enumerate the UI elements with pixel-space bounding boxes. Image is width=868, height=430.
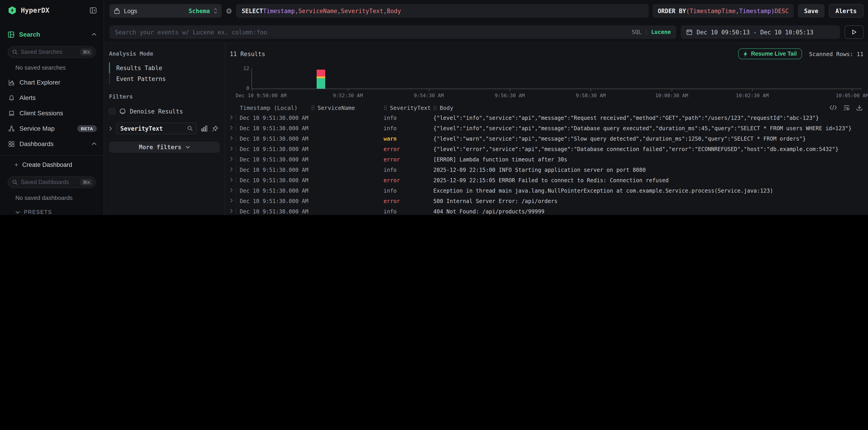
table-row[interactable]: Dec 10 9:51:30.000 AMerror2025-12-09 22:… (230, 175, 864, 186)
resume-live-tail-label: Resume Live Tail (751, 51, 797, 57)
table-row[interactable]: Dec 10 9:51:30.000 AMinfoException in th… (230, 186, 864, 196)
cell-timestamp: Dec 10 9:51:30.000 AM (236, 177, 311, 184)
denoise-results-row: Denoise Results (109, 106, 220, 116)
table-row[interactable]: Dec 10 9:51:30.000 AMerror{"level":"erro… (230, 144, 864, 154)
cell-timestamp: Dec 10 9:51:30.000 AM (236, 125, 311, 131)
x-axis-label: 10:00:30 AM (655, 93, 688, 99)
no-saved-dashboards-text: No saved dashboards (16, 194, 96, 201)
source-select[interactable]: Logs Schema (110, 4, 222, 18)
date-range-picker[interactable]: Dec 10 09:50:13 - Dec 10 10:05:13 (681, 25, 840, 39)
chevron-up-icon[interactable] (91, 142, 97, 145)
download-icon[interactable] (856, 104, 863, 111)
expand-row-icon[interactable] (230, 135, 236, 142)
hyperdx-logo-icon (8, 6, 17, 15)
table-row[interactable]: Dec 10 9:51:30.000 AMerror500 Internal S… (230, 196, 864, 206)
histogram-bar-warn[interactable] (317, 76, 325, 78)
lucene-toggle[interactable]: Lucene (651, 29, 671, 35)
drag-handle-icon[interactable] (433, 105, 437, 110)
resume-live-tail-button[interactable]: Resume Live Tail (738, 48, 802, 59)
x-axis-tick (752, 89, 753, 91)
sidebar-nav-list: Chart ExplorerAlertsClient SessionsServi… (0, 75, 103, 152)
expand-row-icon[interactable] (230, 208, 236, 214)
save-button[interactable]: Save (798, 4, 825, 18)
select-token: Timestamp (263, 7, 295, 14)
chevron-right-icon[interactable] (109, 126, 112, 131)
drag-handle-icon[interactable] (383, 105, 387, 110)
mode-results-table[interactable]: Results Table (109, 62, 220, 73)
expand-row-icon[interactable] (230, 146, 236, 152)
log-body-text: {"level":"info","service":"api","message… (433, 125, 852, 131)
sidebar-item-chart-explorer[interactable]: Chart Explorer (0, 75, 103, 90)
x-axis-tick (591, 89, 591, 91)
expand-row-icon[interactable] (230, 156, 236, 163)
denoise-label: Denoise Results (130, 108, 183, 114)
run-query-button[interactable] (844, 25, 864, 39)
sidebar-item-alerts[interactable]: Alerts (0, 90, 103, 105)
order-by-input[interactable]: ORDER BY (TimestampTime, Timestamp) DESC (653, 4, 794, 18)
expand-row-icon[interactable] (230, 198, 236, 204)
filters-panel: Analysis Mode Results TableEvent Pattern… (104, 43, 225, 215)
log-body-text: 404 Not Found: /api/products/99999 (433, 208, 545, 214)
column-header-body[interactable]: Body (433, 104, 864, 111)
cell-body: Exception in thread main java.lang.NullP… (433, 188, 864, 194)
search-toolbar: Search your events w/ Lucene ex. column:… (104, 22, 868, 43)
x-axis-label: 9:58:30 AM (576, 93, 606, 99)
x-axis-tick (348, 89, 348, 91)
saved-searches-input[interactable]: Saved Searches ⌘K (8, 46, 96, 58)
table-row[interactable]: Dec 10 9:51:30.000 AMinfo{"level":"info"… (230, 112, 864, 123)
cell-severity: info (383, 167, 433, 173)
bar-chart-icon[interactable] (201, 125, 208, 132)
column-header-servicename[interactable]: ServiceName (311, 104, 383, 111)
database-icon (114, 7, 120, 14)
main-region: Logs Schema ⚙ SELECT Timestamp,ServiceNa… (104, 0, 868, 215)
table-row[interactable]: Dec 10 9:51:30.000 AMinfo{"level":"info"… (230, 123, 864, 133)
table-row[interactable]: Dec 10 9:51:30.000 AMinfo404 Not Found: … (230, 206, 864, 215)
more-filters-button[interactable]: More filters (109, 141, 220, 153)
event-search-input[interactable]: Search your events w/ Lucene ex. column:… (110, 25, 676, 39)
select-query-input[interactable]: SELECT Timestamp,ServiceName,SeverityTex… (236, 4, 649, 18)
sql-toggle[interactable]: SQL (632, 29, 641, 35)
code-icon[interactable] (830, 105, 837, 110)
pin-icon[interactable] (212, 125, 218, 132)
expand-row-icon[interactable] (230, 188, 236, 194)
results-histogram[interactable]: 120Dec 10 9:50:00 AM9:52:30 AM9:54:30 AM… (251, 68, 862, 89)
select-token: , (295, 7, 299, 14)
sidebar-item-dashboards[interactable]: Dashboards (0, 136, 103, 152)
sidebar-item-client-sessions[interactable]: Client Sessions (0, 105, 103, 121)
saved-dashboards-input[interactable]: Saved Dashboards ⌘K (8, 176, 96, 188)
table-row[interactable]: Dec 10 9:51:30.000 AMerror[ERROR] Lambda… (230, 154, 864, 165)
column-header-label: Timestamp (Local) (240, 104, 298, 111)
create-dashboard-button[interactable]: + Create Dashboard (0, 158, 103, 171)
presets-toggle[interactable]: PRESETS (16, 209, 96, 215)
expand-row-icon[interactable] (230, 125, 236, 131)
denoise-checkbox[interactable] (109, 108, 115, 114)
x-axis-tick (429, 89, 429, 91)
table-row[interactable]: Dec 10 9:51:30.000 AMinfo2025-12-09 22:1… (230, 165, 864, 175)
language-toggle[interactable]: SQL | Lucene (632, 29, 671, 35)
column-header-severitytext[interactable]: SeverityText (383, 104, 433, 111)
filter-field-input[interactable]: SeverityText (116, 123, 197, 134)
column-header-timestamp-local-[interactable]: Timestamp (Local) (236, 104, 311, 111)
sidebar-collapse-icon[interactable] (90, 7, 97, 14)
chevron-up-icon[interactable] (91, 33, 97, 36)
histogram-bar-error[interactable] (317, 70, 325, 77)
histogram-bar-info[interactable] (317, 78, 325, 89)
table-actions (830, 104, 864, 111)
alerts-button[interactable]: Alerts (829, 4, 864, 18)
sidebar-item-search[interactable]: Search (0, 28, 103, 41)
orderby-token: Timestamp) (739, 7, 775, 14)
table-row[interactable]: Dec 10 9:51:30.000 AMwarn{"level":"warn"… (230, 133, 864, 144)
expand-row-icon[interactable] (230, 177, 236, 184)
mode-event-patterns[interactable]: Event Patterns (109, 73, 220, 84)
no-saved-searches-text: No saved searches (16, 64, 96, 71)
sidebar-item-label: Client Sessions (20, 109, 63, 117)
sidebar-item-service-map[interactable]: Service MapBETA (0, 121, 103, 136)
search-grid-icon (8, 31, 14, 38)
drag-handle-icon[interactable] (311, 105, 315, 110)
wrap-text-icon[interactable] (843, 105, 850, 110)
expand-row-icon[interactable] (230, 114, 236, 121)
source-settings-gear-icon[interactable]: ⚙ (226, 6, 232, 15)
log-body-text: {"level":"error","service":"api","messag… (433, 146, 839, 152)
expand-row-icon[interactable] (230, 167, 236, 173)
y-axis-label-min: 0 (246, 86, 249, 91)
